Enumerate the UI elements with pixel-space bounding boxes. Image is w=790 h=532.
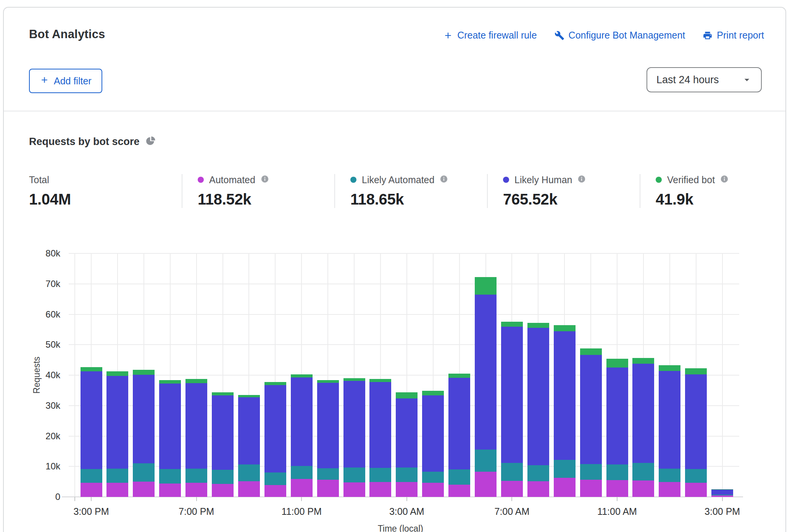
- info-icon[interactable]: [261, 175, 269, 185]
- x-axis-tick: [511, 497, 512, 501]
- stacked-bar[interactable]: [606, 359, 628, 497]
- stat-automated-value: 118.52k: [198, 191, 334, 208]
- bar-segment-verified-bot: [343, 378, 365, 381]
- bar-segment-verified-bot: [632, 358, 654, 363]
- y-axis-tick-label: 80k: [26, 248, 60, 259]
- stat-total: Total 1.04M: [29, 174, 182, 208]
- bar-segment-verified-bot: [527, 323, 549, 328]
- x-axis-title: Time (local): [378, 524, 423, 532]
- info-icon[interactable]: [577, 175, 586, 185]
- bar-segment-likely-human: [501, 327, 523, 463]
- chevron-down-icon: [741, 74, 753, 85]
- stacked-bar[interactable]: [343, 378, 365, 497]
- x-axis-tick-label: 3:00 PM: [705, 506, 740, 517]
- bot-analytics-page: Bot Analytics Create firewall rule Confi…: [0, 0, 790, 532]
- stacked-bar[interactable]: [422, 391, 444, 497]
- stacked-bar[interactable]: [185, 379, 207, 497]
- stat-verified-bot-value: 41.9k: [656, 191, 790, 208]
- stacked-bar[interactable]: [106, 371, 128, 497]
- stat-likely-automated[interactable]: Likely Automated 118.65k: [334, 174, 487, 208]
- stacked-bar[interactable]: [711, 489, 733, 497]
- stacked-bar[interactable]: [501, 322, 523, 497]
- y-axis-title: Requests: [32, 356, 42, 393]
- bar-segment-verified-bot: [606, 359, 628, 368]
- stat-likely-human[interactable]: Likely Human 765.52k: [487, 174, 640, 208]
- bar-segment-automated: [212, 484, 234, 497]
- gridline-horizontal: [69, 344, 739, 345]
- stacked-bar[interactable]: [396, 392, 418, 497]
- stat-automated-label: Automated: [209, 174, 255, 185]
- stacked-bar[interactable]: [212, 392, 234, 497]
- time-range-dropdown[interactable]: Last 24 hours: [647, 67, 762, 92]
- stacked-bar[interactable]: [238, 395, 260, 497]
- bar-segment-automated: [554, 478, 576, 497]
- stacked-bar[interactable]: [659, 365, 680, 497]
- stacked-bar[interactable]: [554, 325, 576, 497]
- stacked-bar[interactable]: [133, 370, 155, 497]
- y-axis-tick-label: 30k: [26, 400, 60, 411]
- bar-segment-likely-human: [291, 377, 313, 466]
- automated-legend-dot: [198, 177, 204, 183]
- info-icon[interactable]: [440, 175, 448, 185]
- stacked-bar[interactable]: [580, 348, 602, 497]
- bar-segment-likely-automated: [238, 464, 260, 481]
- bar-segment-automated: [685, 483, 707, 497]
- bar-segment-likely-automated: [580, 464, 602, 480]
- configure-bot-management-link[interactable]: Configure Bot Management: [555, 30, 685, 41]
- bar-segment-verified-bot: [159, 380, 181, 384]
- bar-segment-verified-bot: [291, 374, 313, 377]
- y-axis-tick-label: 50k: [26, 339, 60, 350]
- bar-segment-likely-human: [264, 385, 286, 472]
- bar-segment-automated: [448, 485, 470, 497]
- stat-likely-human-value: 765.52k: [503, 191, 640, 208]
- create-firewall-rule-label: Create firewall rule: [457, 30, 537, 41]
- info-icon[interactable]: [720, 175, 729, 185]
- plus-icon: [443, 31, 453, 40]
- bar-segment-automated: [106, 483, 128, 497]
- create-firewall-rule-link[interactable]: Create firewall rule: [443, 30, 537, 41]
- bar-segment-likely-human: [448, 378, 470, 469]
- stacked-bar[interactable]: [632, 358, 654, 497]
- bar-segment-verified-bot: [396, 392, 418, 398]
- bar-segment-likely-automated: [159, 469, 181, 483]
- stat-automated[interactable]: Automated 118.52k: [182, 174, 334, 208]
- bar-segment-automated: [264, 485, 286, 497]
- bar-segment-verified-bot: [659, 365, 680, 371]
- stacked-bar[interactable]: [527, 323, 549, 497]
- bar-segment-likely-automated: [291, 466, 313, 479]
- bar-segment-likely-human: [159, 384, 181, 469]
- bar-segment-likely-automated: [659, 469, 680, 482]
- bar-segment-likely-automated: [133, 463, 155, 482]
- bar-segment-likely-human: [106, 376, 128, 469]
- bar-segment-automated: [580, 480, 602, 497]
- stacked-bar[interactable]: [475, 277, 497, 497]
- stacked-bar[interactable]: [448, 374, 470, 497]
- stat-verified-bot[interactable]: Verified bot 41.9k: [640, 174, 790, 208]
- stacked-bar[interactable]: [264, 382, 286, 497]
- x-axis-tick: [406, 497, 407, 501]
- stat-verified-bot-label: Verified bot: [667, 174, 715, 185]
- print-report-label: Print report: [717, 30, 764, 41]
- add-filter-button[interactable]: Add filter: [29, 69, 102, 93]
- bar-segment-likely-automated: [606, 464, 628, 480]
- bar-segment-likely-human: [133, 375, 155, 463]
- stacked-bar[interactable]: [159, 380, 181, 497]
- bar-segment-automated: [238, 481, 260, 497]
- stacked-bar[interactable]: [369, 379, 391, 497]
- bar-segment-automated: [422, 483, 444, 497]
- stacked-bar[interactable]: [291, 374, 313, 497]
- print-report-link[interactable]: Print report: [703, 30, 764, 41]
- bar-segment-likely-human: [396, 398, 418, 468]
- stacked-bar[interactable]: [81, 367, 102, 497]
- bar-segment-verified-bot: [369, 379, 391, 382]
- bar-segment-likely-human: [212, 395, 234, 470]
- bar-segment-likely-automated: [501, 463, 523, 481]
- bar-segment-automated: [159, 484, 181, 497]
- bar-segment-likely-automated: [422, 472, 444, 483]
- bar-segment-likely-human: [685, 374, 707, 469]
- stacked-bar[interactable]: [685, 368, 707, 497]
- bar-segment-likely-automated: [527, 465, 549, 481]
- x-axis-tick-label: 3:00 PM: [73, 506, 109, 517]
- stacked-bar[interactable]: [317, 380, 339, 497]
- bar-segment-likely-human: [527, 328, 549, 465]
